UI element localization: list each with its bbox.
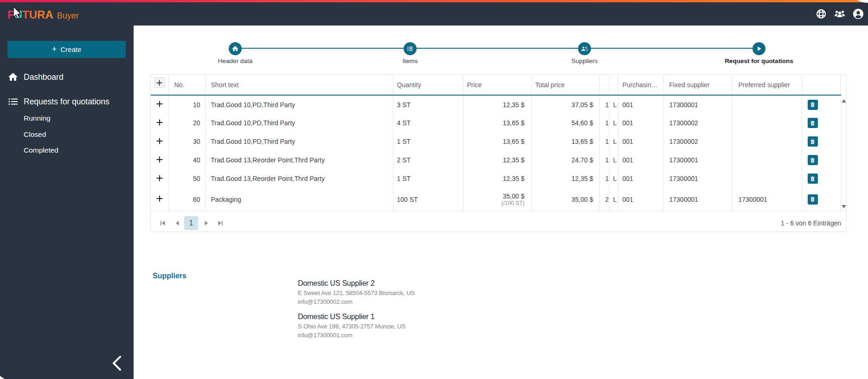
price-value: 12,35 $ bbox=[503, 101, 525, 109]
create-button-label: Create bbox=[60, 45, 81, 53]
step-circle-people-icon[interactable] bbox=[578, 42, 591, 55]
brand-letter: F bbox=[7, 8, 14, 21]
expand-row-icon[interactable] bbox=[156, 138, 163, 144]
page-prev-button[interactable] bbox=[173, 218, 182, 228]
cell-short-text: Trad.Good 10,PD,Third Party bbox=[205, 132, 393, 151]
account-icon[interactable] bbox=[853, 8, 864, 19]
scroll-down-icon[interactable] bbox=[842, 205, 846, 208]
col-header-quantity[interactable]: Quantity bbox=[393, 75, 463, 95]
delete-row-button[interactable] bbox=[808, 155, 818, 165]
cell-short-text: Trad.Good 10,PD,Third Party bbox=[205, 114, 393, 132]
window-corner bbox=[857, 0, 868, 3]
col-header-fixed-supplier[interactable]: Fixed supplier bbox=[663, 75, 732, 95]
users-icon[interactable] bbox=[834, 8, 845, 19]
suppliers-section-title: Suppliers bbox=[153, 272, 186, 280]
cell-quantity: 100 ST bbox=[393, 188, 463, 211]
cell-fixed-supplier: 17300002 bbox=[663, 114, 732, 132]
cell-purchasing-org: 001 bbox=[618, 169, 663, 188]
delete-row-button[interactable] bbox=[808, 194, 818, 205]
sidebar-item-label: Requests for quotations bbox=[24, 97, 109, 107]
col-header-empty bbox=[151, 75, 168, 95]
sidebar-subitem-closed[interactable]: Closed bbox=[24, 126, 46, 142]
cell-short-text: Trad.Good 10,PD,Third Party bbox=[205, 95, 393, 114]
brand-name: FUTURA bbox=[7, 8, 53, 21]
cell-total-price: 12,35 $ bbox=[531, 169, 599, 188]
col-header-short-text[interactable]: Short text bbox=[205, 75, 393, 95]
cell-preferred-supplier bbox=[732, 95, 802, 114]
cell-n1: 1 bbox=[599, 132, 609, 151]
sidebar-subitem-completed[interactable]: Completed bbox=[24, 142, 58, 158]
brand-logo: FUTURA Buyer bbox=[7, 8, 79, 21]
page-number-button[interactable]: 1 bbox=[184, 216, 198, 230]
cell-total-price: 54,60 $ bbox=[531, 114, 599, 132]
vertical-scrollbar[interactable] bbox=[841, 96, 846, 212]
price-unit-note: (/100 ST) bbox=[469, 200, 525, 206]
cell-n2: L bbox=[609, 188, 618, 211]
create-button[interactable]: + Create bbox=[7, 41, 126, 58]
item-row-60: 60Packaging100 ST35,00 $(/100 ST)35,00 $… bbox=[151, 188, 841, 211]
expand-row-icon[interactable] bbox=[156, 195, 163, 202]
price-value: 12,35 $ bbox=[503, 175, 525, 182]
cell-price: 12,35 $ bbox=[463, 169, 531, 188]
page-next-button[interactable] bbox=[202, 218, 211, 228]
expand-row-icon[interactable] bbox=[156, 156, 163, 163]
home-icon bbox=[7, 71, 19, 83]
corner-wedge bbox=[0, 375, 5, 379]
globe-icon[interactable] bbox=[816, 8, 827, 19]
col-header-total-price[interactable]: Total price bbox=[531, 75, 599, 95]
step-circle-home-icon[interactable] bbox=[229, 42, 242, 55]
cell-fixed-supplier: 17300002 bbox=[663, 132, 732, 151]
col-header-preferred-supplier[interactable]: Preferred supplier bbox=[732, 75, 802, 95]
delete-row-button[interactable] bbox=[808, 136, 818, 147]
expand-row-icon[interactable] bbox=[156, 175, 163, 181]
item-row-10: 10Trad.Good 10,PD,Third Party3 ST12,35 $… bbox=[151, 95, 841, 114]
table-header-row: No.Short textQuantityPriceTotal pricePur… bbox=[151, 75, 841, 95]
supplier-email: info@17300002.com bbox=[298, 297, 415, 306]
sidebar-item-requests-for-quotations[interactable]: Requests for quotations bbox=[0, 92, 134, 111]
stepper-line bbox=[235, 48, 759, 49]
delete-row-button[interactable] bbox=[808, 118, 818, 128]
supplier-name: Domestic US Supplier 2 bbox=[298, 278, 415, 288]
expand-all-button[interactable] bbox=[154, 77, 165, 88]
cell-quantity: 1 ST bbox=[393, 132, 463, 151]
sidebar-item-dashboard[interactable]: Dashboard bbox=[0, 68, 134, 86]
cell-preferred-supplier bbox=[732, 114, 802, 132]
cell-n1: 1 bbox=[599, 151, 609, 169]
step-circle-play-icon[interactable] bbox=[752, 42, 765, 55]
step-circle-list-icon[interactable] bbox=[404, 42, 417, 55]
page-first-button[interactable] bbox=[158, 218, 167, 228]
page-last-button[interactable] bbox=[216, 218, 225, 228]
cell-purchasing-org: 001 bbox=[618, 151, 663, 169]
cell-total-price: 35,00 $ bbox=[531, 188, 599, 211]
col-header-empty bbox=[802, 75, 841, 95]
top-bar: FUTURA Buyer bbox=[0, 2, 868, 26]
cell-no: 50 bbox=[168, 169, 205, 188]
col-header-purchasin-[interactable]: Purchasin… bbox=[618, 75, 663, 95]
supplier-address: E Sweet Ave 121, 58504-5573 Bismarck, US bbox=[298, 289, 415, 297]
items-table: No.Short textQuantityPriceTotal pricePur… bbox=[151, 75, 841, 211]
sidebar-collapse-button[interactable] bbox=[109, 354, 126, 373]
price-value: 13,65 $ bbox=[503, 138, 525, 145]
col-header-price[interactable]: Price bbox=[463, 75, 531, 95]
sidebar-item-label: Dashboard bbox=[24, 72, 64, 82]
price-value: 13,65 $ bbox=[503, 119, 525, 127]
cell-n2: L bbox=[609, 132, 618, 151]
cell-n1: 1 bbox=[599, 95, 609, 114]
expand-row-icon[interactable] bbox=[156, 119, 163, 126]
delete-row-button[interactable] bbox=[808, 173, 818, 184]
scroll-up-icon[interactable] bbox=[842, 99, 846, 103]
delete-row-button[interactable] bbox=[808, 100, 818, 110]
step-label: Header data bbox=[166, 58, 305, 64]
pagination-bar: 1 1 - 6 von 6 Einträgen bbox=[151, 211, 846, 231]
col-header-no-[interactable]: No. bbox=[168, 75, 205, 95]
cell-preferred-supplier bbox=[732, 151, 802, 169]
sidebar: + Create DashboardRequests for quotation… bbox=[0, 26, 134, 379]
cell-total-price: 24,70 $ bbox=[531, 151, 599, 169]
cell-quantity: 3 ST bbox=[393, 95, 463, 114]
app-screen: FUTURA Buyer + Create DashboardRequests … bbox=[0, 0, 868, 379]
step-label: Items bbox=[341, 58, 480, 64]
cell-n1: 1 bbox=[599, 169, 609, 188]
expand-row-icon[interactable] bbox=[156, 101, 163, 107]
pagination-info: 1 - 6 von 6 Einträgen bbox=[781, 219, 841, 227]
sidebar-subitem-running[interactable]: Running bbox=[24, 110, 51, 126]
